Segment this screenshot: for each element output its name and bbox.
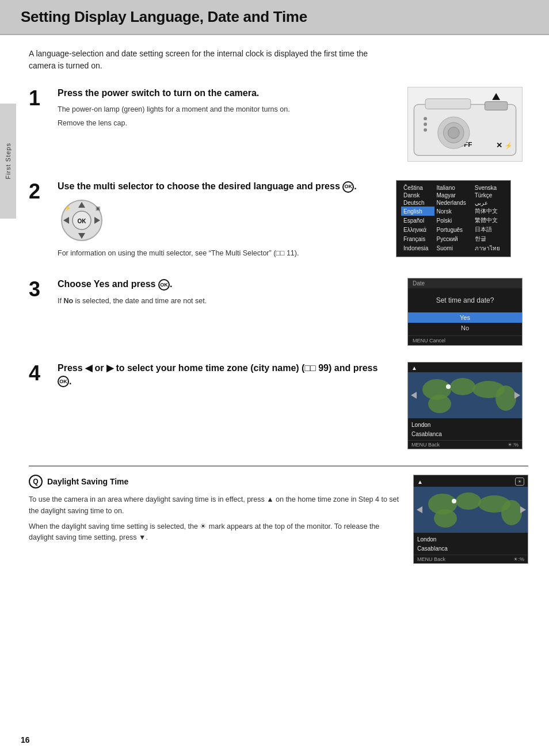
step-1-desc1: The power-on lamp (green) lights for a m… xyxy=(58,104,390,115)
step-2-body: Use the multi selector to choose the des… xyxy=(58,180,528,262)
wm-cities: London Casablanca xyxy=(408,419,522,440)
svg-marker-4 xyxy=(492,93,500,100)
svg-rect-1 xyxy=(425,99,471,109)
lang-table: ČeštinaItalianoSvenska DanskMagyarTürkçe… xyxy=(401,184,506,253)
multi-selector-svg: OK ⚡ ▣ xyxy=(58,197,106,243)
table-row: FrançaisРусский한글 xyxy=(401,234,506,243)
svg-text:OK: OK xyxy=(78,218,87,224)
page-header: Setting Display Language, Date and Time xyxy=(0,0,549,35)
svg-point-26 xyxy=(495,385,516,411)
table-row: DanskMagyarTürkçe xyxy=(401,192,506,199)
step-1-number: 1 xyxy=(29,88,58,164)
step-1-desc2: Remove the lens cap. xyxy=(58,118,390,129)
step-3-title: Choose Yes and press OK. xyxy=(58,278,390,291)
note-image: ▲ ☀ London xyxy=(413,475,528,564)
svg-text:⚡: ⚡ xyxy=(505,142,513,150)
step-2-content: Use the multi selector to choose the des… xyxy=(58,180,517,262)
main-content: A language-selection and date setting sc… xyxy=(0,35,549,590)
step-1-title: Press the power switch to turn on the ca… xyxy=(58,87,390,100)
table-row: ΕλληνικάPortuguês日本語 xyxy=(401,225,506,234)
world-map-svg xyxy=(408,372,523,418)
note-box: Q Daylight Saving Time To use the camera… xyxy=(29,465,528,564)
world-map-svg-2 xyxy=(414,487,528,533)
step-1-image: ON/OFF ✕ ⚡ xyxy=(407,87,528,164)
table-row: ČeštinaItalianoSvenska xyxy=(401,184,506,192)
step-2-number: 2 xyxy=(29,181,58,262)
step-2-lang-grid: ČeštinaItalianoSvenska DanskMagyarTürkçe… xyxy=(396,180,517,257)
step-2-text: Use the multi selector to choose the des… xyxy=(58,180,390,262)
date-screen-no: No xyxy=(408,323,522,333)
selector-wrap: OK ⚡ ▣ xyxy=(58,197,390,243)
step-2-title: Use the multi selector to choose the des… xyxy=(58,180,390,193)
wm-cities-2: London Casablanca xyxy=(414,534,528,555)
step-4-title: Press ◀ or ▶ to select your home time zo… xyxy=(58,362,390,388)
svg-rect-3 xyxy=(485,102,507,110)
note-text-area: Q Daylight Saving Time To use the camera… xyxy=(29,475,413,548)
step-2-title-text: Use the multi selector to choose the des… xyxy=(58,181,357,191)
step-2-desc: For information on using the multi selec… xyxy=(58,248,390,259)
wm-dst-icon: ☀ xyxy=(515,478,524,486)
step-3-number: 3 xyxy=(29,279,58,346)
wm-top: ▲ xyxy=(408,362,522,372)
note-text1: To use the camera in an area where dayli… xyxy=(29,494,402,517)
camera-diagram-svg: ON/OFF ✕ ⚡ xyxy=(407,87,523,162)
wm-city1-2: London xyxy=(417,535,524,544)
svg-point-24 xyxy=(450,378,475,395)
side-tab: First Steps xyxy=(0,104,16,219)
step-4-number: 4 xyxy=(29,363,58,449)
step-3-title-text: Choose Yes and press OK. xyxy=(58,279,172,289)
wm-city1: London xyxy=(411,421,518,430)
step-4-image: ▲ London xyxy=(407,362,528,449)
date-screen-header: Date xyxy=(408,278,522,288)
date-screen-yes: Yes xyxy=(408,312,522,323)
svg-point-33 xyxy=(456,492,481,510)
table-row: EnglishNorsk简体中文 xyxy=(401,207,506,216)
side-tab-label: First Steps xyxy=(5,143,12,180)
lang-grid: ČeštinaItalianoSvenska DanskMagyarTürkçe… xyxy=(396,180,511,257)
wm-footer-left-2: MENU Back xyxy=(417,556,445,562)
table-row: DeutschNederlandsعربي xyxy=(401,199,506,207)
page-title: Setting Display Language, Date and Time xyxy=(21,8,528,26)
date-screen: Date Set time and date? Yes No MENU Canc… xyxy=(407,278,523,346)
note-icon: Q xyxy=(29,475,43,488)
world-map-screen: ▲ London xyxy=(407,362,523,449)
step-4-title-text: Press ◀ or ▶ to select your home time zo… xyxy=(58,363,378,385)
date-screen-prompt: Set time and date? xyxy=(408,288,522,312)
wm-footer: MENU Back ☀:% xyxy=(408,440,522,449)
svg-point-37 xyxy=(452,499,456,503)
world-map-screen-2: ▲ ☀ London xyxy=(413,475,528,564)
ok-button-icon-3: OK xyxy=(158,279,170,291)
wm-top-2: ▲ ☀ xyxy=(414,475,528,487)
svg-text:⚡: ⚡ xyxy=(64,205,71,212)
step-4-text: Press ◀ or ▶ to select your home time zo… xyxy=(58,362,390,392)
ok-button-icon-4: OK xyxy=(58,376,69,387)
wm-arrow-up: ▲ xyxy=(411,365,417,371)
date-screen-footer: MENU Cancel xyxy=(408,335,522,345)
wm-footer-right-2: ☀:% xyxy=(513,556,524,562)
svg-point-7 xyxy=(424,128,427,132)
intro-text: A language-selection and date setting sc… xyxy=(29,48,374,72)
step-1-body: Press the power switch to turn on the ca… xyxy=(58,87,402,164)
table-row: IndonesiaSuomiภาษาไทย xyxy=(401,243,506,253)
svg-text:▣: ▣ xyxy=(96,205,101,211)
ok-button-icon: OK xyxy=(342,181,354,193)
step-3-desc: If No is selected, the date and time are… xyxy=(58,296,390,307)
wm-footer-left: MENU Back xyxy=(411,442,440,448)
svg-point-27 xyxy=(428,395,451,413)
wm-city2: Casablanca xyxy=(411,430,518,439)
note-title: Q Daylight Saving Time xyxy=(29,475,402,488)
step-4-body: Press ◀ or ▶ to select your home time zo… xyxy=(58,362,402,449)
wm-footer-2: MENU Back ☀:% xyxy=(414,555,528,563)
step-1: 1 Press the power switch to turn on the … xyxy=(29,87,528,164)
step-4-content: Press ◀ or ▶ to select your home time zo… xyxy=(58,362,390,392)
note-text2: When the daylight saving time setting is… xyxy=(29,521,402,544)
step-3-body: Choose Yes and press OK. If No is select… xyxy=(58,278,402,346)
page-number: 16 xyxy=(21,735,30,744)
step-4: 4 Press ◀ or ▶ to select your home time … xyxy=(29,362,528,449)
svg-point-28 xyxy=(446,384,451,389)
svg-point-36 xyxy=(434,509,457,528)
svg-text:✕: ✕ xyxy=(496,141,502,150)
wm-arrow-up-2: ▲ xyxy=(417,479,423,485)
note-title-text: Daylight Saving Time xyxy=(47,477,128,486)
note-section: Q Daylight Saving Time To use the camera… xyxy=(29,475,528,564)
